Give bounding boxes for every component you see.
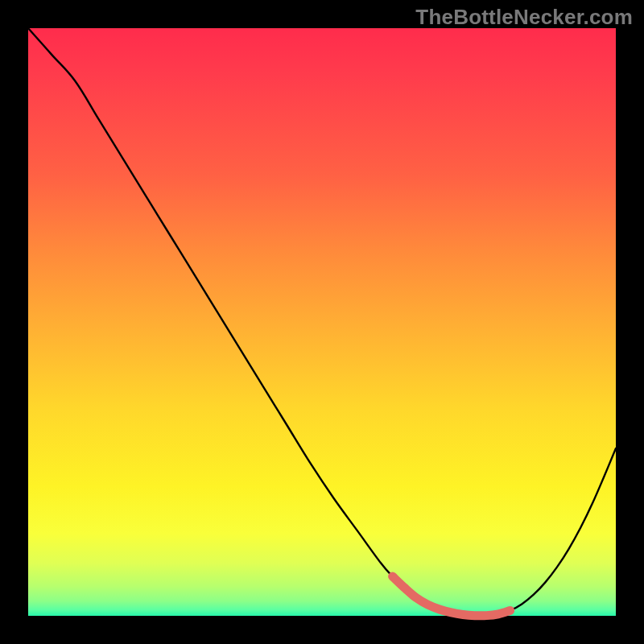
- bottleneck-curve: [28, 28, 616, 616]
- chart-plot-area: [28, 28, 616, 616]
- chart-svg: [28, 28, 616, 616]
- optimal-range-highlight: [393, 576, 510, 616]
- watermark-text: TheBottleNecker.com: [415, 5, 633, 30]
